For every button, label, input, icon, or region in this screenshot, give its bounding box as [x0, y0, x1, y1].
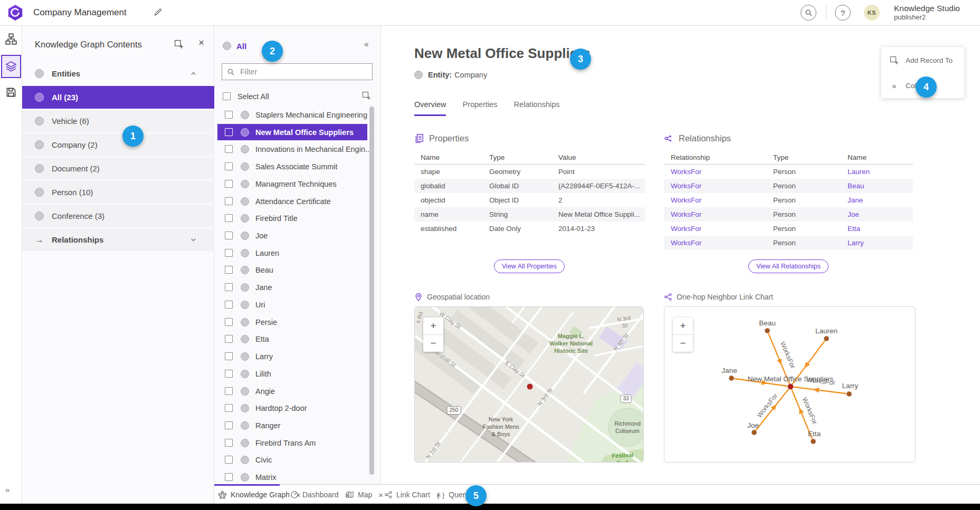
table-row[interactable]: WorksForPersonLarry	[664, 236, 913, 250]
entity-list-item[interactable]: Jane	[217, 279, 367, 295]
node-larry[interactable]	[846, 391, 852, 397]
entity-list-item[interactable]: Etta	[217, 331, 367, 347]
table-cell[interactable]: WorksFor	[671, 239, 773, 247]
table-cell[interactable]: Jane	[848, 196, 920, 204]
entity-list-item[interactable]: Ranger	[217, 417, 367, 434]
table-cell[interactable]: WorksFor	[671, 196, 773, 204]
table-cell[interactable]: Joe	[848, 210, 920, 218]
item-checkbox[interactable]	[225, 301, 233, 309]
entity-list-item[interactable]: Joe	[217, 227, 367, 244]
entity-list-item[interactable]: New Metal Office Suppliers	[217, 124, 367, 140]
entity-type-row[interactable]: Person (10)	[22, 181, 214, 204]
filter-input[interactable]	[239, 67, 357, 76]
item-checkbox[interactable]	[225, 352, 233, 360]
menu-item-add-record-to[interactable]: Add Record To	[881, 47, 964, 73]
item-checkbox[interactable]	[225, 404, 233, 412]
table-row[interactable]: shapeGeometryPoint	[414, 165, 645, 179]
close-icon[interactable]: ×	[378, 490, 383, 499]
node-lauren[interactable]	[824, 336, 829, 341]
item-checkbox[interactable]	[225, 421, 233, 429]
tab-overview[interactable]: Overview	[414, 100, 446, 116]
entity-type-row[interactable]: All (23)	[22, 86, 214, 109]
entity-list-item[interactable]: Staplers Mechanical Engineering	[217, 107, 367, 123]
item-checkbox[interactable]	[225, 249, 233, 257]
table-row[interactable]: nameStringNew Metal Office Suppli...	[414, 207, 645, 222]
entity-list-item[interactable]: Angie	[217, 383, 367, 399]
search-button[interactable]	[801, 5, 816, 21]
view-tab-map[interactable]: Map×	[346, 485, 383, 505]
item-checkbox[interactable]	[225, 283, 233, 291]
table-row[interactable]: WorksForPersonJoe	[664, 207, 913, 222]
avatar[interactable]: KS	[864, 5, 880, 21]
item-checkbox[interactable]	[225, 180, 233, 188]
view-tab-link-chart[interactable]: Link Chart×	[384, 485, 441, 505]
entity-type-row[interactable]: Document (2)	[22, 157, 214, 180]
entity-list-item[interactable]: Matrix	[217, 469, 367, 484]
map-canvas[interactable]: k RdW Clay StW Marshall StE Clay StMaggi…	[414, 306, 644, 463]
item-checkbox[interactable]	[225, 387, 233, 395]
chevron-up-icon[interactable]	[189, 70, 197, 78]
table-cell[interactable]: Lauren	[848, 168, 920, 176]
table-cell[interactable]: WorksFor	[671, 182, 773, 190]
entity-list-item[interactable]: Firebird Title	[217, 210, 367, 226]
entity-list-item[interactable]: Firebird Trans Am	[217, 435, 367, 451]
relationships-header-row[interactable]: → Relationships	[22, 228, 214, 251]
table-row[interactable]: globalidGlobal ID{A228944F-0EF5-412A-...	[414, 179, 645, 193]
entity-list-item[interactable]: Beau	[217, 262, 367, 278]
data-model-button[interactable]	[5, 33, 17, 45]
item-checkbox[interactable]	[225, 370, 233, 378]
zoom-out-button[interactable]: −	[423, 335, 443, 352]
view-tab-dashboard[interactable]: Dashboard×	[290, 485, 349, 505]
close-panel-button[interactable]: ×	[198, 37, 204, 49]
item-checkbox[interactable]	[225, 145, 233, 153]
node-etta[interactable]	[811, 439, 816, 444]
item-checkbox[interactable]	[225, 162, 233, 170]
item-checkbox[interactable]	[225, 111, 233, 119]
tab-properties[interactable]: Properties	[462, 100, 497, 116]
entity-list-item[interactable]: Persie	[217, 314, 367, 330]
expand-rail-button[interactable]: »	[5, 485, 9, 494]
item-checkbox[interactable]	[225, 439, 233, 447]
view-all-properties-button[interactable]: View All Properties	[494, 259, 565, 273]
scrollbar-thumb[interactable]	[369, 107, 374, 475]
entity-list-item[interactable]: Attendance Certificate	[217, 193, 367, 209]
item-checkbox[interactable]	[225, 197, 233, 205]
table-row[interactable]: establishedDate Only2014-01-23	[414, 222, 645, 236]
entity-list-item[interactable]: Lauren	[217, 245, 367, 261]
table-cell[interactable]: WorksFor	[671, 210, 773, 218]
entity-type-row[interactable]: Vehicle (6)	[22, 110, 214, 132]
add-layer-button[interactable]	[174, 40, 184, 49]
entity-list-item[interactable]: Managment Techniques	[217, 176, 367, 192]
table-row[interactable]: WorksForPersonJane	[664, 193, 913, 207]
entity-list-item[interactable]: Hardtop 2-door	[217, 400, 367, 416]
view-tab-knowledge-graph[interactable]: Knowledge Graph×	[218, 485, 301, 505]
zoom-in-button[interactable]: +	[673, 317, 693, 334]
table-row[interactable]: objectidObject ID2	[414, 193, 645, 207]
item-checkbox[interactable]	[225, 128, 233, 136]
entity-list-item[interactable]: Uri	[217, 296, 367, 313]
scrollbar[interactable]	[369, 107, 374, 484]
table-cell[interactable]: Beau	[848, 182, 920, 190]
table-row[interactable]: WorksForPersonEtta	[664, 222, 913, 236]
entity-type-row[interactable]: Conference (3)	[22, 205, 214, 227]
filter-field[interactable]	[222, 63, 373, 80]
entity-type-row[interactable]: Company (2)	[22, 133, 214, 156]
view-tab-query[interactable]: { }Query	[437, 485, 469, 505]
collapse-panel-button[interactable]: «	[364, 40, 369, 49]
select-all-checkbox[interactable]	[223, 92, 231, 100]
table-row[interactable]: WorksForPersonLauren	[664, 165, 913, 179]
entity-list-item[interactable]: Larry	[217, 348, 367, 364]
item-checkbox[interactable]	[225, 232, 233, 239]
contents-button[interactable]	[1, 55, 21, 78]
view-all-relationships-button[interactable]: View All Relationships	[748, 259, 829, 273]
entity-list-item[interactable]: Innovations in Mechanical Engin...	[217, 141, 367, 157]
table-row[interactable]: WorksForPersonBeau	[664, 179, 913, 193]
table-cell[interactable]: Larry	[848, 239, 920, 247]
edit-title-button[interactable]	[153, 7, 164, 18]
item-checkbox[interactable]	[225, 456, 233, 464]
tab-relationships[interactable]: Relationships	[514, 100, 560, 116]
item-checkbox[interactable]	[225, 473, 233, 481]
node-center[interactable]	[788, 384, 794, 390]
zoom-in-button[interactable]: +	[423, 317, 443, 334]
entities-header-row[interactable]: Entities	[22, 62, 214, 85]
